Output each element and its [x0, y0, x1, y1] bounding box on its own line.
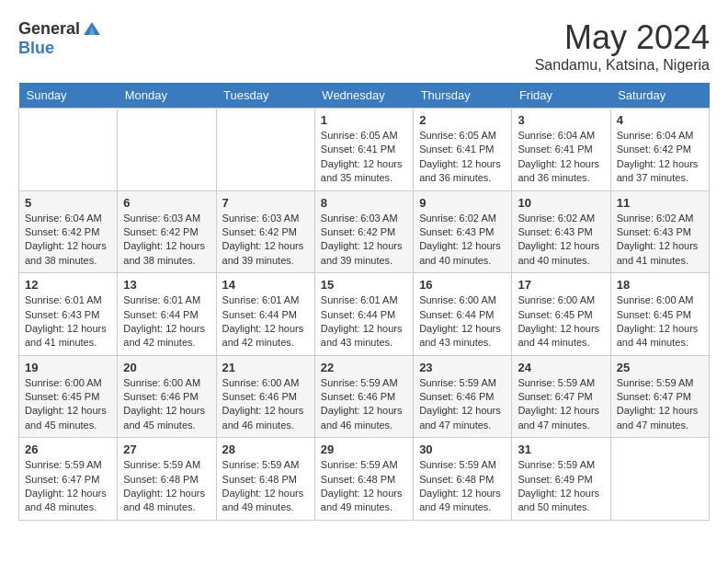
day-info: Sunrise: 6:04 AM: [25, 212, 111, 225]
day-header-sunday: Sunday: [19, 83, 118, 109]
day-info: Sunrise: 6:01 AM: [222, 293, 309, 307]
day-info: Sunset: 6:44 PM: [222, 308, 309, 322]
day-info: and 37 minutes.: [617, 171, 703, 185]
day-info: Sunrise: 5:59 AM: [123, 458, 210, 472]
day-info: Sunset: 6:42 PM: [123, 225, 210, 239]
day-info: Daylight: 12 hours: [617, 157, 703, 171]
day-info: Sunset: 6:47 PM: [518, 390, 604, 404]
day-number: 3: [518, 113, 604, 127]
day-info: Sunset: 6:48 PM: [222, 473, 309, 487]
day-info: Sunrise: 6:02 AM: [617, 212, 703, 225]
day-info: and 43 minutes.: [419, 336, 506, 350]
logo-icon: [82, 18, 102, 39]
calendar-cell: 22Sunrise: 5:59 AMSunset: 6:46 PMDayligh…: [314, 355, 413, 438]
day-number: 14: [222, 278, 309, 292]
day-info: Sunset: 6:44 PM: [419, 308, 506, 322]
day-info: Sunrise: 6:01 AM: [123, 293, 210, 307]
calendar-cell: [118, 109, 216, 191]
day-info: Daylight: 12 hours: [25, 487, 111, 500]
day-info: Daylight: 12 hours: [321, 239, 407, 253]
day-number: 11: [617, 196, 703, 210]
page-header: General Blue May 2024 Sandamu, Katsina, …: [18, 18, 710, 74]
day-info: Sunrise: 6:03 AM: [222, 212, 309, 225]
day-number: 20: [123, 361, 210, 374]
day-info: Daylight: 12 hours: [617, 239, 703, 253]
calendar-cell: 2Sunrise: 6:05 AMSunset: 6:41 PMDaylight…: [414, 109, 512, 191]
day-info: and 44 minutes.: [617, 336, 703, 350]
day-info: and 49 minutes.: [419, 500, 506, 514]
calendar-cell: [610, 438, 709, 521]
calendar-header-row: SundayMondayTuesdayWednesdayThursdayFrid…: [19, 83, 710, 109]
day-header-thursday: Thursday: [414, 83, 512, 109]
day-info: Sunset: 6:48 PM: [123, 473, 210, 487]
day-info: Daylight: 12 hours: [222, 322, 309, 336]
day-info: Daylight: 12 hours: [25, 404, 111, 418]
day-number: 12: [25, 278, 111, 292]
calendar-week-2: 5Sunrise: 6:04 AMSunset: 6:42 PMDaylight…: [19, 190, 710, 273]
day-info: Daylight: 12 hours: [321, 322, 407, 336]
day-header-wednesday: Wednesday: [314, 83, 413, 109]
day-number: 26: [25, 442, 111, 456]
day-info: and 41 minutes.: [617, 254, 703, 268]
day-info: Daylight: 12 hours: [518, 322, 604, 336]
day-number: 29: [321, 442, 407, 456]
day-info: Daylight: 12 hours: [419, 322, 506, 336]
day-number: 13: [123, 278, 210, 292]
day-info: Daylight: 12 hours: [617, 322, 703, 336]
day-number: 18: [617, 278, 703, 292]
day-info: and 40 minutes.: [419, 254, 506, 268]
day-number: 15: [321, 278, 407, 292]
title-area: May 2024 Sandamu, Katsina, Nigeria: [535, 18, 710, 74]
calendar-cell: 12Sunrise: 6:01 AMSunset: 6:43 PMDayligh…: [19, 273, 118, 356]
calendar-cell: 15Sunrise: 6:01 AMSunset: 6:44 PMDayligh…: [314, 273, 413, 356]
calendar-table: SundayMondayTuesdayWednesdayThursdayFrid…: [18, 83, 710, 521]
day-info: Sunrise: 6:05 AM: [419, 129, 506, 143]
day-info: Sunset: 6:42 PM: [321, 225, 407, 239]
day-info: Sunrise: 6:00 AM: [222, 376, 309, 390]
day-info: Sunrise: 5:59 AM: [321, 458, 407, 472]
day-number: 9: [419, 196, 506, 210]
day-info: and 48 minutes.: [25, 500, 111, 514]
day-info: Daylight: 12 hours: [222, 487, 309, 500]
day-info: Sunset: 6:43 PM: [518, 225, 604, 239]
calendar-cell: 5Sunrise: 6:04 AMSunset: 6:42 PMDaylight…: [19, 190, 118, 273]
calendar-cell: 23Sunrise: 5:59 AMSunset: 6:46 PMDayligh…: [414, 355, 512, 438]
day-info: Sunrise: 6:01 AM: [25, 293, 111, 307]
day-info: Daylight: 12 hours: [419, 404, 506, 418]
day-info: Sunset: 6:46 PM: [419, 390, 506, 404]
day-info: and 49 minutes.: [321, 500, 407, 514]
day-info: and 38 minutes.: [25, 254, 111, 268]
day-info: Sunrise: 6:05 AM: [321, 129, 407, 143]
day-header-monday: Monday: [118, 83, 216, 109]
day-info: and 42 minutes.: [222, 336, 309, 350]
day-number: 6: [123, 196, 210, 210]
day-info: Daylight: 12 hours: [518, 157, 604, 171]
day-info: Sunrise: 6:00 AM: [123, 376, 210, 390]
day-info: Sunrise: 6:00 AM: [25, 376, 111, 390]
calendar-week-5: 26Sunrise: 5:59 AMSunset: 6:47 PMDayligh…: [19, 438, 710, 521]
day-info: Daylight: 12 hours: [419, 239, 506, 253]
day-info: Sunrise: 5:59 AM: [25, 458, 111, 472]
day-number: 27: [123, 442, 210, 456]
day-number: 28: [222, 442, 309, 456]
calendar-cell: 8Sunrise: 6:03 AMSunset: 6:42 PMDaylight…: [314, 190, 413, 273]
day-info: Daylight: 12 hours: [419, 487, 506, 500]
day-info: Sunset: 6:45 PM: [617, 308, 703, 322]
day-number: 10: [518, 196, 604, 210]
calendar-cell: 14Sunrise: 6:01 AMSunset: 6:44 PMDayligh…: [216, 273, 314, 356]
day-info: Sunset: 6:47 PM: [617, 390, 703, 404]
day-info: and 49 minutes.: [222, 500, 309, 514]
day-info: and 46 minutes.: [321, 419, 407, 432]
calendar-cell: 3Sunrise: 6:04 AMSunset: 6:41 PMDaylight…: [512, 109, 610, 191]
day-info: Sunset: 6:47 PM: [25, 473, 111, 487]
day-info: and 41 minutes.: [25, 336, 111, 350]
calendar-cell: 31Sunrise: 5:59 AMSunset: 6:49 PMDayligh…: [512, 438, 610, 521]
calendar-cell: 7Sunrise: 6:03 AMSunset: 6:42 PMDaylight…: [216, 190, 314, 273]
day-info: Sunset: 6:45 PM: [25, 390, 111, 404]
day-info: and 50 minutes.: [518, 500, 604, 514]
day-info: Sunrise: 6:02 AM: [419, 212, 506, 225]
day-info: Sunset: 6:43 PM: [617, 225, 703, 239]
day-info: Sunset: 6:46 PM: [321, 390, 407, 404]
day-header-friday: Friday: [512, 83, 610, 109]
day-info: Daylight: 12 hours: [617, 404, 703, 418]
